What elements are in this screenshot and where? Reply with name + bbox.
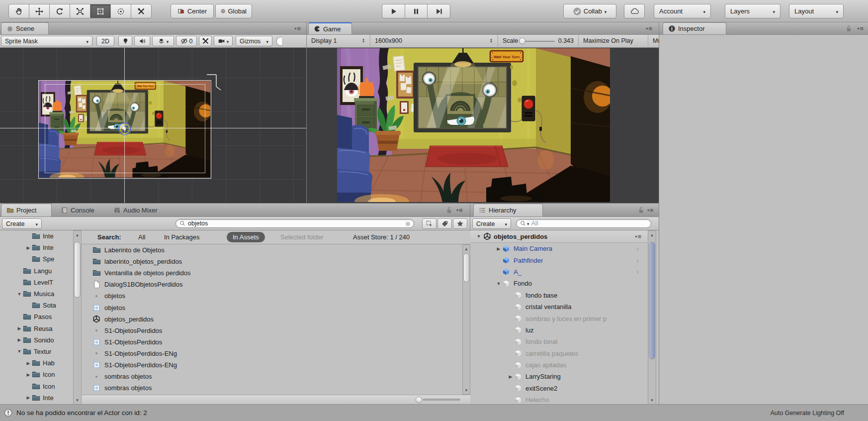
asset-row[interactable]: S1-ObjetosPerdidos [82,336,462,348]
lock-icon[interactable] [845,25,853,32]
scene-view[interactable] [0,48,306,203]
asset-row[interactable]: Ventanilla de objetos perdidos [82,267,462,279]
gameobject-row[interactable]: cristal ventanilla [470,301,648,313]
gameobject-row[interactable]: ▶ Main Camera [470,243,648,254]
folder-tree-item[interactable]: Spe [0,253,73,265]
folder-tree-item[interactable]: ▶ Reusa [0,323,73,334]
scroll-down-icon[interactable]: ▼ [648,397,656,404]
folder-tree-item[interactable]: Inte [0,230,73,242]
foldout-arrow[interactable]: ▶ [495,246,502,251]
folder-tree-item[interactable]: ▶ Icon [0,369,73,380]
folder-tree-item[interactable]: ▶ Inte [0,392,73,404]
project-search-field[interactable]: objetos [175,219,414,228]
folder-tree-item[interactable]: Pasos [0,311,73,322]
gizmos-dropdown[interactable]: Gizmos [236,36,272,46]
lock-icon[interactable] [637,207,645,214]
asset-row[interactable]: sombras objetos [82,371,462,382]
thumbnail-zoom-track[interactable] [423,399,460,401]
gameobject-row[interactable]: A_ [470,266,648,278]
folder-tree-item[interactable]: ▼ Textur [0,346,73,357]
foldout-arrow[interactable]: ▶ [507,374,514,379]
foldout-arrow[interactable]: ▶ [16,337,23,342]
project-create-button[interactable]: Create [2,218,42,229]
saved-searches-button[interactable] [453,218,467,229]
game-view[interactable] [307,48,659,203]
status-bar[interactable]: No se ha podido encontrar el Actor con i… [0,404,868,421]
gameobject-row[interactable]: Helecho [470,394,648,405]
status-message[interactable]: No se ha podido encontrar el Actor con i… [16,409,147,417]
folder-tree-item[interactable]: ▼ Musica [0,288,73,300]
gameobject-row[interactable]: ▼ Fondo [470,278,648,289]
search-by-label-button[interactable] [437,218,452,229]
gameobject-row[interactable]: fondo tonal [470,336,648,347]
scene-menu-icon[interactable] [635,233,642,240]
scroll-down-icon[interactable]: ▼ [463,387,470,394]
account-dropdown[interactable]: Account [654,4,711,18]
foldout-arrow[interactable]: ▶ [25,372,32,377]
scroll-up-icon[interactable]: ▲ [463,245,470,252]
shading-mode-dropdown[interactable]: Sprite Mask [1,36,92,46]
scene-visibility-button[interactable]: 0 [176,36,197,46]
folder-tree-item[interactable]: Icon [0,380,73,392]
thumbnail-zoom-knob[interactable] [416,397,422,403]
gameobject-row[interactable]: ▶ LarryStaring [470,371,648,382]
asset-row[interactable]: DialogS1BObjetosPerdidos [82,279,462,290]
scale-slider-track[interactable] [521,41,555,42]
panel-menu-icon[interactable] [647,207,654,214]
asset-row[interactable]: sombras objetos [82,382,462,394]
file-list-scrollbar[interactable]: ▲ ▼ [462,244,470,395]
gameobject-row[interactable]: fondo base [470,290,648,301]
folder-tree-scrollbar[interactable]: ▲ ▼ [73,230,82,405]
filter-in-packages[interactable]: In Packages [164,233,200,241]
scene-lighting-button[interactable] [118,36,132,46]
panel-menu-icon[interactable] [456,207,463,214]
maximize-on-play-toggle[interactable]: Maximize On Play [578,35,648,47]
gameobject-row[interactable]: Pathfinder [470,254,648,266]
foldout-arrow[interactable]: ▼ [495,281,502,286]
scale-tool-button[interactable] [70,4,90,18]
gameobject-row[interactable]: luz [470,324,648,336]
asset-row[interactable]: objetos [82,290,462,302]
asset-row[interactable]: objetos [82,302,462,313]
foldout-arrow[interactable]: ▼ [16,349,23,354]
step-button[interactable] [427,4,450,18]
transform-tool-button[interactable] [110,4,131,18]
foldout-arrow[interactable]: ▶ [25,361,32,366]
2d-toggle-button[interactable]: 2D [96,36,114,46]
folder-tree-item[interactable]: ▶ Hab [0,357,73,369]
scale-slider-knob[interactable] [519,38,525,44]
tab-inspector[interactable]: Inspector [663,22,726,34]
asset-row[interactable]: S1-ObjetosPerdidos-ENg [82,359,462,371]
hierarchy-create-button[interactable]: Create [472,218,511,229]
layers-dropdown[interactable]: Layers [725,4,781,18]
folder-tree-item[interactable]: LevelT [0,277,73,288]
gameobject-row[interactable]: sombras y luces en primer p [470,313,648,324]
lock-icon[interactable] [445,207,453,214]
gameobject-row[interactable]: carretilla paquetes [470,348,648,359]
tab-console[interactable]: Console [61,204,94,216]
scene-audio-button[interactable] [134,36,150,46]
resolution-dropdown[interactable]: 1600x900 [370,35,497,47]
collab-button[interactable]: Collab [563,4,616,18]
hierarchy-search-field[interactable]: All [516,219,651,228]
audio-source-gizmo[interactable] [118,122,132,136]
pause-button[interactable] [405,4,428,18]
play-button[interactable] [382,4,405,18]
scrollbar-thumb[interactable] [74,242,81,298]
rect-handle-icon[interactable] [206,73,222,91]
rect-tool-button[interactable] [90,4,111,18]
scrollbar-thumb[interactable] [463,253,469,282]
tab-game[interactable]: Game [308,22,352,34]
folder-tree-item[interactable]: Langu [0,265,73,277]
filter-selected-folder[interactable]: Selected folder [280,233,324,241]
custom-tool-button[interactable] [131,4,152,18]
filter-in-assets[interactable]: In Assets [227,232,265,242]
tab-project[interactable]: Project [1,204,52,216]
scroll-down-icon[interactable]: ▼ [74,397,81,404]
display-dropdown[interactable]: Display 1 [307,35,369,47]
auto-generate-lighting-status[interactable]: Auto Generate Lighting Off [771,410,844,417]
move-tool-button[interactable] [29,4,50,18]
mute-toggle[interactable]: Mute [648,35,659,47]
scene-tools-button[interactable] [199,36,212,46]
foldout-arrow[interactable]: ▶ [16,326,23,331]
